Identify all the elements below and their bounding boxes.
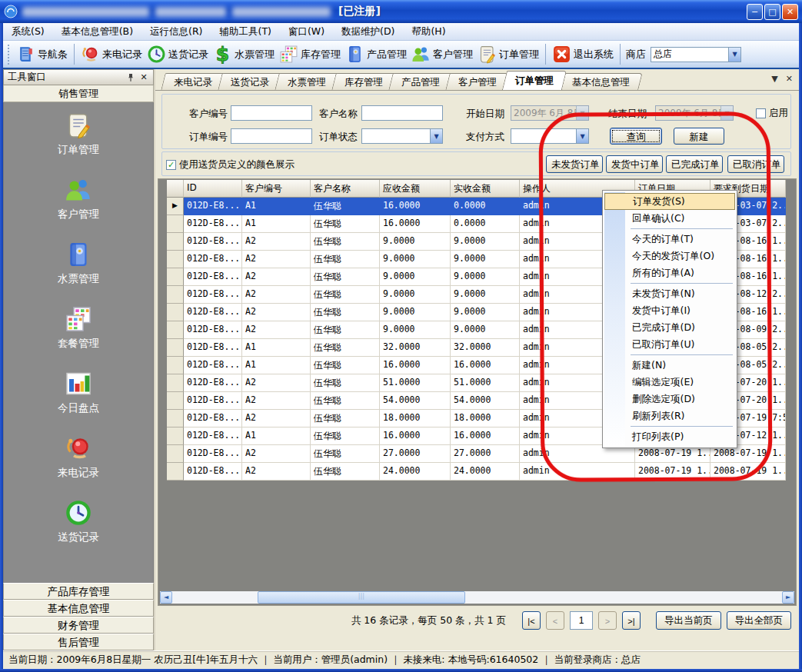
- context-menu-item-17[interactable]: 打印列表(P): [604, 428, 735, 445]
- maximize-button[interactable]: □: [764, 4, 780, 20]
- tab-4[interactable]: 产品管理: [388, 73, 452, 90]
- prev-page-button[interactable]: <: [546, 611, 564, 630]
- context-menu-item-8[interactable]: 发货中订单(I): [604, 302, 735, 319]
- row-selector[interactable]: [167, 339, 184, 357]
- context-menu-item-15[interactable]: 刷新列表(R): [604, 408, 735, 424]
- horizontal-scrollbar[interactable]: ◄ ►: [160, 591, 794, 604]
- sidebar-section-button-0[interactable]: 产品库存管理: [3, 583, 154, 600]
- scrollbar-thumb[interactable]: [258, 591, 465, 604]
- page-number-input[interactable]: [570, 611, 593, 630]
- sidebar-section-button-1[interactable]: 基本信息管理: [3, 600, 154, 617]
- row-selector[interactable]: [167, 427, 184, 445]
- menubar-item-4[interactable]: 窗口(W): [280, 25, 333, 38]
- row-selector[interactable]: ▶: [167, 198, 184, 215]
- column-header-3[interactable]: 客户名称: [311, 180, 380, 198]
- chevron-down-icon[interactable]: ▼: [728, 48, 740, 62]
- column-header-5[interactable]: 实收金额: [451, 180, 520, 198]
- toolbar-button-4[interactable]: $水票管理: [211, 43, 277, 65]
- menubar-item-1[interactable]: 基本信息管理(B): [53, 25, 141, 38]
- row-selector[interactable]: [167, 268, 184, 286]
- context-menu-item-0[interactable]: 订单发货(S): [604, 193, 735, 210]
- pay-method-select[interactable]: ▼: [511, 128, 589, 144]
- toolbar-button-0[interactable]: 导航条: [14, 43, 70, 65]
- menubar-item-5[interactable]: 数据维护(D): [333, 25, 403, 38]
- status-filter-button-0[interactable]: 未发货订单: [546, 155, 603, 173]
- sidebar-item-0[interactable]: 订单管理: [58, 111, 99, 157]
- context-menu-item-4[interactable]: 今天的发货订单(O): [604, 248, 735, 264]
- row-selector[interactable]: [167, 445, 184, 463]
- context-menu-item-3[interactable]: 今天的订单(T): [604, 231, 735, 248]
- tab-3[interactable]: 库存管理: [331, 73, 395, 90]
- context-menu-item-13[interactable]: 编辑选定项(E): [604, 374, 735, 391]
- next-page-button[interactable]: >: [598, 611, 617, 630]
- sidebar-item-6[interactable]: 送货记录: [58, 499, 99, 544]
- sidebar-item-5[interactable]: 来电记录: [58, 434, 99, 480]
- end-date-picker[interactable]: 2009年 6月 8日▼: [655, 105, 734, 121]
- tab-close-icon[interactable]: ✕: [786, 74, 793, 84]
- tab-6[interactable]: 订单管理: [502, 71, 567, 90]
- row-selector[interactable]: [167, 392, 184, 410]
- start-date-picker[interactable]: 2009年 6月 8日▼: [511, 105, 589, 121]
- pin-icon[interactable]: [126, 73, 135, 82]
- context-menu-item-1[interactable]: 回单确认(C): [604, 210, 735, 227]
- row-selector[interactable]: [167, 215, 184, 233]
- scrollbar-track[interactable]: [172, 591, 782, 604]
- context-menu-item-9[interactable]: 已完成订单(D): [604, 319, 735, 336]
- minimize-button[interactable]: ─: [747, 4, 763, 20]
- context-menu-item-7[interactable]: 未发货订单(N): [604, 285, 735, 302]
- export-all-pages-button[interactable]: 导出全部页: [727, 611, 792, 630]
- context-menu-item-14[interactable]: 删除选定项(D): [604, 391, 735, 408]
- checkbox-icon[interactable]: [756, 108, 766, 118]
- column-header-2[interactable]: 客户编号: [242, 180, 311, 198]
- toolbar-button-6[interactable]: 产品管理: [343, 43, 409, 65]
- tab-list-chevron-icon[interactable]: ▼: [771, 74, 777, 84]
- status-filter-button-2[interactable]: 已完成订单: [666, 155, 723, 173]
- order-status-select[interactable]: ▼: [361, 128, 443, 144]
- context-menu-item-12[interactable]: 新建(N): [604, 357, 735, 374]
- sidebar-section-button-2[interactable]: 财务管理: [3, 617, 154, 634]
- row-selector[interactable]: [167, 321, 184, 339]
- tab-1[interactable]: 送货记录: [218, 73, 281, 90]
- status-filter-button-3[interactable]: 已取消订单: [727, 155, 784, 173]
- row-selector[interactable]: [167, 304, 184, 321]
- close-button[interactable]: ✕: [782, 4, 798, 20]
- tab-5[interactable]: 客户管理: [445, 73, 509, 90]
- scroll-right-icon[interactable]: ►: [782, 591, 794, 604]
- enable-checkbox[interactable]: 启用: [756, 107, 788, 120]
- table-row[interactable]: 012D-E8...A2伍华聪24.000024.0000admin2008-0…: [167, 463, 786, 481]
- tool-window-close-icon[interactable]: ✕: [138, 72, 149, 82]
- export-current-page-button[interactable]: 导出当前页: [656, 611, 721, 630]
- sidebar-section-sales[interactable]: 销售管理: [3, 85, 154, 102]
- row-selector[interactable]: [167, 374, 184, 392]
- status-filter-button-1[interactable]: 发货中订单: [606, 155, 663, 173]
- context-menu-item-10[interactable]: 已取消订单(U): [604, 336, 735, 353]
- column-header-4[interactable]: 应收金额: [380, 180, 451, 198]
- color-display-checkbox[interactable]: ✓ 使用送货员定义的颜色展示: [166, 158, 295, 171]
- row-selector[interactable]: [167, 463, 184, 481]
- toolbar-button-5[interactable]: 库存管理: [277, 43, 343, 65]
- menubar-item-2[interactable]: 运行信息(R): [141, 25, 211, 38]
- toolbar-button-2[interactable]: 来电记录: [78, 43, 145, 65]
- customer-no-input[interactable]: [231, 105, 312, 121]
- menubar-item-3[interactable]: 辅助工具(T): [211, 25, 280, 38]
- row-selector[interactable]: [167, 233, 184, 251]
- menubar-item-0[interactable]: 系统(S): [3, 25, 53, 38]
- sidebar-item-1[interactable]: 客户管理: [58, 176, 99, 221]
- toolbar-button-3[interactable]: 送货记录: [145, 43, 211, 65]
- checkbox-checked-icon[interactable]: ✓: [166, 160, 176, 170]
- new-button[interactable]: 新建: [674, 128, 724, 145]
- row-selector[interactable]: [167, 286, 184, 304]
- toolbar-button-7[interactable]: 客户管理: [409, 43, 475, 65]
- sidebar-section-button-3[interactable]: 售后管理: [3, 634, 154, 650]
- row-selector[interactable]: [167, 357, 184, 374]
- toolbar-button-10[interactable]: 退出系统: [550, 43, 616, 65]
- last-page-button[interactable]: >|: [622, 611, 641, 630]
- customer-name-input[interactable]: [361, 105, 443, 121]
- tab-7[interactable]: 基本信息管理: [559, 73, 642, 90]
- row-selector[interactable]: [167, 251, 184, 268]
- chevron-down-icon[interactable]: ▼: [430, 129, 442, 143]
- menubar-item-6[interactable]: 帮助(H): [403, 25, 454, 38]
- column-header-1[interactable]: ID: [184, 180, 242, 198]
- row-selector[interactable]: [167, 410, 184, 427]
- first-page-button[interactable]: |<: [522, 611, 541, 630]
